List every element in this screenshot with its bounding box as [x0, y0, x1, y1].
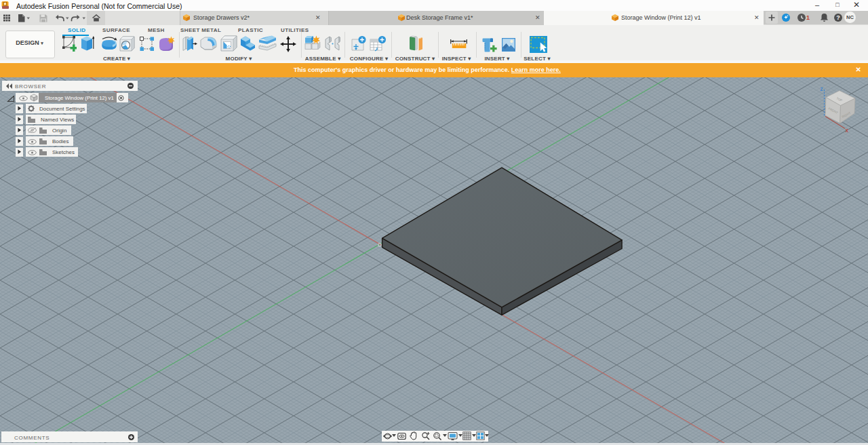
svg-text:?: ?	[836, 14, 840, 21]
svg-text:X: X	[846, 128, 849, 133]
svg-text:Z: Z	[821, 87, 823, 92]
